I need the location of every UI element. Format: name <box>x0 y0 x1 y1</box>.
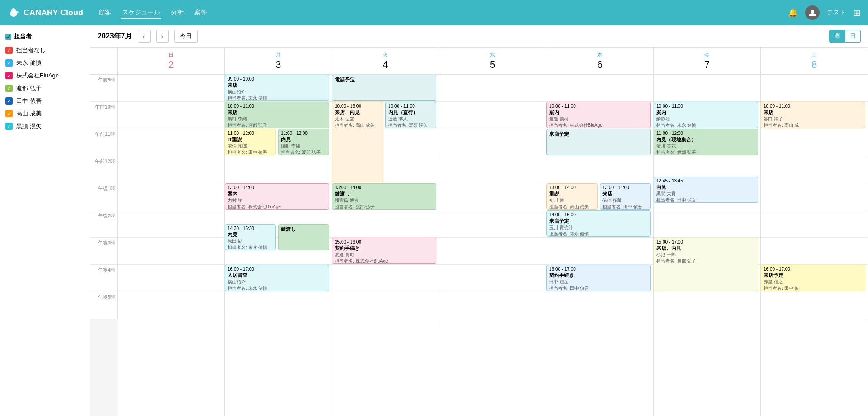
sidebar: 担当者 担当者なし 未永 健慎 株式会社BluAge 渡部 弘子 田中 偵吾 高… <box>0 25 90 416</box>
slot-4-0 <box>546 75 653 102</box>
header: CANARY Cloud 顧客 スケジュール 分析 案件 🔔 テスト ⊞ <box>0 0 868 25</box>
sidebar-item-5[interactable]: 高山 成美 <box>5 110 85 118</box>
time-slot-9: 午前9時 <box>90 75 118 102</box>
sidebar-item-4[interactable]: 田中 偵吾 <box>5 97 85 105</box>
svg-point-2 <box>14 11 19 14</box>
calendar-event[interactable]: 13:00 - 14:00重説初川 智担当者名: 高山 成美 <box>546 183 598 210</box>
calendar-event[interactable]: 鍵渡し <box>278 224 329 250</box>
dom-0: 2 <box>168 59 174 71</box>
dow-4: 木 <box>597 51 602 59</box>
event-title: 契約手続き <box>549 272 648 279</box>
event-title: 電話予定 <box>335 77 434 83</box>
sidebar-item-1[interactable]: 未永 健慎 <box>5 59 85 67</box>
bell-icon[interactable]: 🔔 <box>788 8 798 18</box>
event-assignee: 担当者名: 株式会社BluAge <box>335 258 434 264</box>
calendar-event[interactable]: 10:00 - 11:00内見（直行）近藤 準人担当者名: 黒須 滉矢 <box>385 102 436 128</box>
sidebar-label-6: 黒須 滉矢 <box>16 122 42 130</box>
sidebar-item-6[interactable]: 黒須 滉矢 <box>5 122 85 130</box>
sidebar-checkbox-6[interactable] <box>5 123 13 130</box>
day-col-6: 10:00 - 11:00来店谷口 律子担当者名: 高山 成16:00 - 17… <box>761 75 868 416</box>
event-person: 依伯 拓郎 <box>602 197 648 204</box>
calendar-event[interactable]: 電話予定 <box>332 75 436 101</box>
slot-0-0 <box>118 75 224 102</box>
day-header-4: 木 6 <box>546 48 654 74</box>
calendar-event[interactable]: 09:00 - 10:00来店横山紹介担当者名: 末永 健慎 <box>225 75 329 101</box>
event-person: 小池 一郎 <box>656 252 755 258</box>
calendar-event[interactable]: 13:00 - 14:00鍵渡し禰宜氏 博吉担当者名: 渡部 弘子 <box>332 183 436 210</box>
next-button[interactable]: › <box>156 30 169 43</box>
calendar-event[interactable]: 16:00 - 17:00契約手続き田中 短岳担当者名: 田中 偵吾 <box>546 265 651 291</box>
sidebar-checkbox-5[interactable] <box>5 110 13 117</box>
event-time: 13:00 - 14:00 <box>549 185 595 190</box>
slot-4-8 <box>546 292 653 319</box>
calendar-event[interactable]: 12:45 - 13:45内見黒賀 大貴担当者名: 田中 偵吾 <box>654 177 758 203</box>
event-time: 13:00 - 14:00 <box>228 185 327 190</box>
nav-analysis[interactable]: 分析 <box>170 7 185 19</box>
calendar-event[interactable]: 16:00 - 17:00来店予定赤星 信之担当者名: 田中 偵 <box>761 265 865 291</box>
sidebar-checkbox-4[interactable] <box>5 97 13 105</box>
day-headers: 日 2 月 3 火 4 水 5 木 6 金 7 土 8 <box>118 48 868 75</box>
calendar-event[interactable]: 10:00 - 11:00案内鱗静雄担当者名: 末永 健慎 <box>654 102 758 128</box>
nav-customers[interactable]: 顧客 <box>98 7 112 19</box>
calendar-event[interactable]: 15:00 - 16:00契約手続き渡邊 眞司担当者名: 株式会社BluAge <box>332 238 436 264</box>
calendar-area: 2023年7月 ‹ › 今日 週 日 午前9時 午前10時 午前11時 午前12… <box>90 25 868 416</box>
day-col-2: 電話予定10:00 - 13:00来店、内見尤木 偲空担当者名: 高山 成美10… <box>332 75 439 416</box>
slot-3-5 <box>439 210 546 238</box>
calendar-event[interactable]: 15:00 - 17:00来店、内見小池 一郎担当者名: 渡部 弘子 <box>654 238 758 291</box>
calendar-event[interactable]: 14:30 - 15:30内見原田 結担当者名: 末永 健慎 <box>225 224 276 250</box>
time-slot-10: 午前10時 <box>90 102 118 129</box>
calendar-event[interactable]: 11:00 - 12:00内見（現地集合）清川 笑花担当者名: 渡部 弘子 <box>654 129 758 155</box>
view-week-button[interactable]: 週 <box>829 30 845 43</box>
calendar-grid-wrapper[interactable]: 午前9時 午前10時 午前11時 午前12時 午後1時 午後2時 午後3時 午後… <box>90 48 868 416</box>
calendar-event[interactable]: 10:00 - 11:00案内渡邊 義司担当者名: 株式会社BluAge <box>546 102 651 128</box>
event-assignee: 担当者名: 渡部 弘子 <box>335 204 434 210</box>
sidebar-item-0[interactable]: 担当者なし <box>5 46 85 54</box>
canary-bird-icon <box>7 6 20 19</box>
sidebar-checkbox-1[interactable] <box>5 59 13 67</box>
event-title: 鍵渡し <box>281 226 327 233</box>
apps-icon[interactable]: ⊞ <box>853 7 861 18</box>
slot-3-0 <box>439 75 546 102</box>
calendar-event[interactable]: 13:00 - 14:00案内力村 祐担当者名: 株式会社BluAge <box>225 183 329 210</box>
avatar[interactable] <box>805 5 820 20</box>
sidebar-checkbox-0[interactable] <box>5 47 13 54</box>
calendar-event[interactable]: 10:00 - 11:00来店谷口 律子担当者名: 高山 成 <box>761 102 865 128</box>
slot-3-3 <box>439 156 546 183</box>
nav-cases[interactable]: 案件 <box>194 7 208 19</box>
calendar-event[interactable]: 16:00 - 17:00入居審査横山紹介担当者名: 末永 健慎 <box>225 265 329 291</box>
event-time: 14:00 - 15:00 <box>549 212 648 217</box>
event-title: 来店、内見 <box>656 245 755 252</box>
calendar-event[interactable]: 10:00 - 11:00来店鑛町 李緒担当者名: 渡部 弘子 <box>225 102 329 128</box>
calendar-event[interactable]: 来店予定 <box>546 129 651 155</box>
event-assignee: 担当者名: 株式会社BluAge <box>228 204 327 210</box>
sidebar-checkbox-2[interactable] <box>5 72 13 79</box>
sidebar-item-2[interactable]: 株式会社BluAge <box>5 72 85 80</box>
calendar-event[interactable]: 10:00 - 13:00来店、内見尤木 偲空担当者名: 高山 成美 <box>332 102 383 182</box>
event-time: 10:00 - 11:00 <box>764 104 863 109</box>
day-col-4: 10:00 - 11:00案内渡邊 義司担当者名: 株式会社BluAge来店予定… <box>546 75 654 416</box>
calendar-event[interactable]: 14:00 - 15:00来店予定玉川 貴惣斗担当者名: 末永 健慎 <box>546 210 651 237</box>
calendar-event[interactable]: 11:00 - 12:00IT重説依伯 拓郎担当者名: 田中 偵吾 <box>225 129 276 155</box>
slot-6-3 <box>761 156 868 183</box>
view-day-button[interactable]: 日 <box>845 30 861 43</box>
today-button[interactable]: 今日 <box>174 30 198 43</box>
event-assignee: 担当者名: 末永 健慎 <box>228 285 327 291</box>
slot-0-1 <box>118 102 224 129</box>
sidebar-checkbox-3[interactable] <box>5 85 13 92</box>
time-slot-16: 午後4時 <box>90 265 118 292</box>
calendar-event[interactable]: 11:00 - 12:00内見鑛町 李緒担当者名: 渡部 弘子 <box>278 129 329 155</box>
slot-3-2 <box>439 129 546 156</box>
sidebar-all-checkbox[interactable] <box>5 34 11 40</box>
calendar-title: 2023年7月 <box>98 32 133 41</box>
event-assignee: 担当者名: 末永 健慎 <box>549 231 648 237</box>
event-assignee: 担当者名: 渡部 弘子 <box>656 258 755 264</box>
event-person: 近藤 準人 <box>388 116 434 122</box>
slot-6-5 <box>761 210 868 238</box>
sidebar-label-4: 田中 偵吾 <box>16 97 42 105</box>
nav-schedule[interactable]: スケジュール <box>121 7 161 19</box>
dom-1: 3 <box>275 59 281 71</box>
prev-button[interactable]: ‹ <box>138 30 151 43</box>
calendar-event[interactable]: 13:00 - 14:00来店依伯 拓郎担当者名: 田中 偵吾 <box>600 183 651 210</box>
dow-1: 月 <box>275 51 281 59</box>
sidebar-item-3[interactable]: 渡部 弘子 <box>5 84 85 92</box>
